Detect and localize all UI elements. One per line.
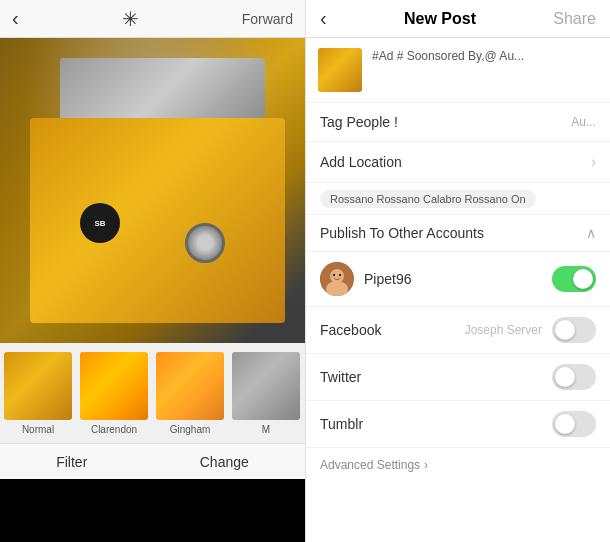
svg-point-3 (333, 274, 335, 276)
left-top-bar: ‹ ✳ Forward (0, 0, 305, 38)
filter-button[interactable]: Filter (56, 454, 87, 470)
tumblr-row: Tumblr (306, 401, 610, 448)
back-icon[interactable]: ‹ (12, 7, 19, 30)
facebook-row: Facebook Joseph Server (306, 307, 610, 354)
change-button[interactable]: Change (200, 454, 249, 470)
twitter-toggle[interactable] (552, 364, 596, 390)
filter-label-clarendon: Clarendon (91, 424, 137, 435)
advanced-chevron-icon: › (424, 458, 428, 472)
advanced-settings-row[interactable]: Advanced Settings › (306, 448, 610, 482)
filter-label-normal: Normal (22, 424, 54, 435)
tag-people-row[interactable]: Tag People ! Au... (306, 103, 610, 142)
toggle-knob (573, 269, 593, 289)
location-tag-row: Rossano Rossano Calabro Rossano On (306, 183, 610, 215)
tumblr-label: Tumblr (320, 416, 552, 432)
safe-handle (185, 223, 225, 263)
main-image: SB (0, 38, 305, 343)
left-panel: ‹ ✳ Forward SB Normal Clarendon Gingham … (0, 0, 305, 542)
filter-label-moon: M (262, 424, 270, 435)
location-tag-text[interactable]: Rossano Rossano Calabro Rossano On (320, 190, 536, 208)
filter-clarendon[interactable]: Clarendon (80, 352, 148, 435)
account-toggle[interactable] (552, 266, 596, 292)
page-title: New Post (404, 10, 476, 28)
add-location-label: Add Location (320, 154, 402, 170)
safe-logo: SB (80, 203, 120, 243)
filter-normal[interactable]: Normal (4, 352, 72, 435)
chevron-up-icon: ∧ (586, 225, 596, 241)
tag-people-label: Tag People ! (320, 114, 398, 130)
filter-thumb-clarendon (80, 352, 148, 420)
post-header: #Ad # Soonsored By,@ Au... (306, 38, 610, 103)
facebook-toggle[interactable] (552, 317, 596, 343)
twitter-toggle-knob (555, 367, 575, 387)
facebook-toggle-knob (555, 320, 575, 340)
filter-thumb-gingham (156, 352, 224, 420)
facebook-account: Joseph Server (465, 323, 542, 337)
account-row: Pipet96 (306, 252, 610, 307)
filter-thumb-moon (232, 352, 300, 420)
facebook-label: Facebook (320, 322, 465, 338)
publish-label: Publish To Other Accounts (320, 225, 484, 241)
twitter-row: Twitter (306, 354, 610, 401)
avatar (320, 262, 354, 296)
avatar-svg (320, 262, 354, 296)
share-button[interactable]: Share (553, 10, 596, 28)
filter-gingham[interactable]: Gingham (156, 352, 224, 435)
filter-thumb-normal (4, 352, 72, 420)
post-caption[interactable]: #Ad # Soonsored By,@ Au... (372, 48, 598, 65)
svg-point-4 (339, 274, 341, 276)
right-top-bar: ‹ New Post Share (306, 0, 610, 38)
tag-people-value: Au... (571, 115, 596, 129)
post-thumbnail (318, 48, 362, 92)
bottom-bar: Filter Change (0, 443, 305, 479)
filter-moon[interactable]: M (232, 352, 300, 435)
right-back-icon[interactable]: ‹ (320, 7, 327, 30)
publish-section-header[interactable]: Publish To Other Accounts ∧ (306, 215, 610, 252)
advanced-settings-label: Advanced Settings (320, 458, 420, 472)
tumblr-toggle-knob (555, 414, 575, 434)
filter-strip: Normal Clarendon Gingham M (0, 343, 305, 443)
sun-icon: ✳ (122, 7, 139, 31)
account-username: Pipet96 (364, 271, 552, 287)
right-panel: ‹ New Post Share #Ad # Soonsored By,@ Au… (305, 0, 610, 542)
twitter-label: Twitter (320, 369, 552, 385)
chevron-right-icon: › (591, 153, 596, 171)
filter-label-gingham: Gingham (170, 424, 211, 435)
advanced-settings-link[interactable]: Advanced Settings › (320, 458, 596, 472)
tumblr-toggle[interactable] (552, 411, 596, 437)
svg-point-1 (330, 269, 344, 283)
safe-body: SB (30, 118, 285, 323)
forward-button[interactable]: Forward (242, 11, 293, 27)
add-location-row[interactable]: Add Location › (306, 142, 610, 183)
